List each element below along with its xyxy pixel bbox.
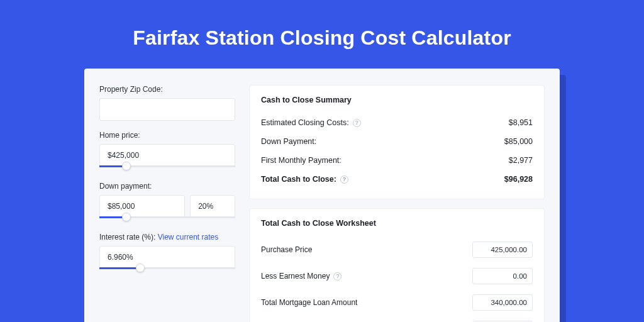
results-column: Cash to Close Summary Estimated Closing … (249, 85, 545, 322)
worksheet-panel: Total Cash to Close Worksheet Purchase P… (249, 208, 545, 322)
worksheet-row: Less Earnest Money ? (261, 263, 533, 289)
home-price-slider[interactable] (99, 165, 235, 172)
summary-row-label: Down Payment: (261, 137, 316, 146)
inputs-column: Property Zip Code: Home price: Down paym… (99, 85, 235, 322)
summary-total-row: Total Cash to Close: ? $96,928 (261, 170, 533, 189)
down-payment-pct-input[interactable] (190, 195, 235, 218)
worksheet-title: Total Cash to Close Worksheet (261, 219, 533, 228)
zip-input[interactable] (99, 98, 235, 121)
home-price-input[interactable] (99, 144, 235, 167)
interest-rate-input[interactable] (99, 246, 235, 269)
zip-label: Property Zip Code: (99, 85, 235, 94)
summary-total-value: $96,928 (504, 175, 533, 184)
help-icon[interactable]: ? (353, 119, 361, 127)
help-icon[interactable]: ? (333, 272, 341, 280)
worksheet-row: Total Second Mortgage Amount ? (261, 316, 533, 322)
worksheet-row-input[interactable] (472, 294, 533, 311)
worksheet-row-label: Less Earnest Money (261, 272, 330, 280)
down-payment-input[interactable] (99, 195, 185, 218)
summary-row: First Monthly Payment: $2,977 (261, 151, 533, 170)
worksheet-row: Total Mortgage Loan Amount (261, 289, 533, 316)
interest-rate-label: Interest rate (%): View current rates (99, 233, 235, 242)
down-payment-label: Down payment: (99, 182, 235, 191)
calculator-card-wrap: Property Zip Code: Home price: Down paym… (84, 69, 560, 322)
summary-total-label: Total Cash to Close: (261, 175, 336, 184)
summary-row-value: $2,977 (509, 156, 533, 165)
down-payment-slider[interactable] (99, 216, 235, 223)
summary-row: Estimated Closing Costs: ? $8,951 (261, 113, 533, 132)
interest-label-text: Interest rate (%): (99, 233, 155, 242)
view-rates-link[interactable]: View current rates (158, 233, 219, 242)
slider-fill (99, 267, 140, 269)
summary-title: Cash to Close Summary (261, 96, 533, 104)
calculator-card: Property Zip Code: Home price: Down paym… (84, 69, 560, 322)
slider-thumb[interactable] (122, 162, 131, 170)
help-icon[interactable]: ? (340, 175, 348, 184)
summary-row-label: Estimated Closing Costs: (261, 118, 349, 127)
summary-row: Down Payment: $85,000 (261, 132, 533, 151)
worksheet-row-label: Total Mortgage Loan Amount (261, 298, 357, 307)
worksheet-row-input[interactable] (472, 242, 533, 258)
interest-rate-field: Interest rate (%): View current rates (99, 233, 235, 274)
summary-row-value: $85,000 (504, 137, 533, 146)
home-price-label: Home price: (99, 131, 235, 140)
worksheet-row: Purchase Price (261, 236, 533, 263)
summary-row-label: First Monthly Payment: (261, 156, 341, 165)
summary-row-value: $8,951 (509, 118, 533, 127)
slider-thumb[interactable] (136, 264, 145, 272)
worksheet-row-input[interactable] (472, 268, 533, 284)
down-payment-field: Down payment: (99, 182, 235, 223)
summary-panel: Cash to Close Summary Estimated Closing … (249, 85, 545, 199)
page-title: Fairfax Station Closing Cost Calculator (0, 0, 644, 69)
worksheet-row-label: Purchase Price (261, 245, 312, 254)
home-price-field: Home price: (99, 131, 235, 172)
slider-thumb[interactable] (122, 213, 131, 221)
zip-field: Property Zip Code: (99, 85, 235, 121)
interest-rate-slider[interactable] (99, 267, 235, 274)
